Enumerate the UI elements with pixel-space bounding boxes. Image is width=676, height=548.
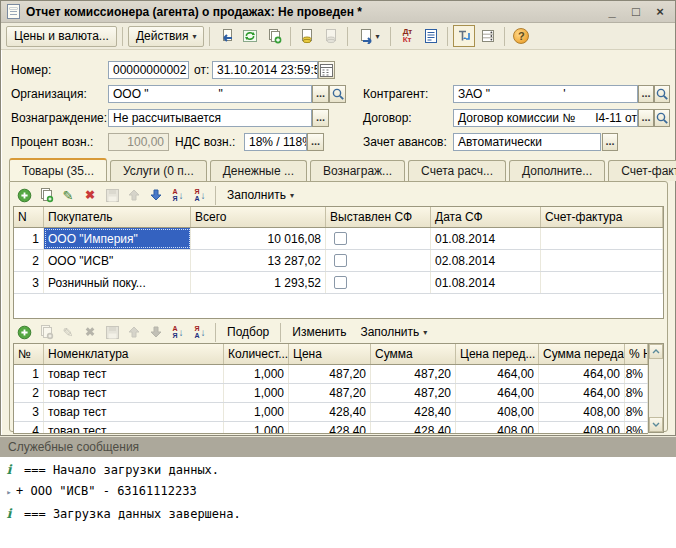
calendar-button[interactable] <box>318 61 335 79</box>
cell-qty[interactable]: 1,000 <box>224 403 289 421</box>
scroll-down-button[interactable] <box>649 417 663 432</box>
table-row[interactable]: 2 товар тест 1,000 487,20 487,20 464,00 … <box>14 384 648 403</box>
checkbox[interactable] <box>334 232 347 245</box>
contract-open-button[interactable] <box>654 109 670 127</box>
cell-sum-transfer[interactable]: 408,00 <box>539 422 625 433</box>
buyers-fill-button[interactable]: Заполнить ▾ <box>221 185 300 205</box>
number-field[interactable]: 00000000002 <box>108 61 189 79</box>
table-row[interactable]: 3 товар тест 1,000 428,40 428,40 408,00 … <box>14 403 648 422</box>
close-button[interactable]: × <box>653 5 667 19</box>
buyers-sort-asc-button[interactable]: АЯ↓ <box>168 185 188 205</box>
cell-invoice[interactable] <box>541 272 663 293</box>
copy-create-button[interactable] <box>263 25 285 47</box>
cell-total[interactable]: 10 016,08 <box>191 228 326 249</box>
cell-invoice-issued[interactable] <box>326 228 431 249</box>
contract-field[interactable]: Договор комиссии № I4-11 от <box>453 109 638 127</box>
help-button[interactable]: ? <box>510 25 532 47</box>
cell-n[interactable]: 1 <box>14 228 44 249</box>
scroll-up-button[interactable] <box>649 344 663 359</box>
cell-sum[interactable]: 428,40 <box>371 422 456 433</box>
cell-nomenclature[interactable]: товар тест <box>44 365 224 383</box>
counterparty-open-button[interactable] <box>654 85 670 103</box>
date-field[interactable]: 31.10.2014 23:59:59 <box>212 61 318 79</box>
cell-sum-transfer[interactable]: 408,00 <box>539 403 625 421</box>
cell-invoice[interactable] <box>541 228 663 249</box>
checkbox[interactable] <box>334 254 347 267</box>
advance-offset-select-button[interactable]: ... <box>602 133 618 151</box>
buyers-copy-button[interactable] <box>36 185 56 205</box>
items-table-scrollbar[interactable] <box>648 343 664 433</box>
cell-vat[interactable]: 18% <box>625 422 648 433</box>
cell-price[interactable]: 487,20 <box>289 384 371 402</box>
cell-vat[interactable]: 18% <box>625 365 648 383</box>
items-fill-button[interactable]: Заполнить ▾ <box>354 322 433 342</box>
cell-nomenclature[interactable]: товар тест <box>44 422 224 433</box>
message-line[interactable]: i === Начало загрузки данных. <box>2 462 674 484</box>
tab-goods[interactable]: Товары (35... <box>9 158 107 181</box>
organization-field[interactable]: ООО " " <box>108 85 312 103</box>
counterparty-select-button[interactable]: ... <box>638 85 654 103</box>
cell-qty[interactable]: 1,000 <box>224 422 289 433</box>
minimize-button[interactable]: _ <box>605 5 619 19</box>
cell-invoice-date[interactable]: 02.08.2014 <box>431 250 541 271</box>
cell-invoice-date[interactable]: 01.08.2014 <box>431 272 541 293</box>
cell-price[interactable]: 428,40 <box>289 422 371 433</box>
cell-total[interactable]: 1 293,52 <box>191 272 326 293</box>
table-empty-area[interactable] <box>14 294 663 318</box>
cell-vat[interactable]: 18% <box>625 403 648 421</box>
vat-select-button[interactable]: ... <box>307 133 324 151</box>
cell-sum-transfer[interactable]: 464,00 <box>539 365 625 383</box>
cell-n[interactable]: 2 <box>14 250 44 271</box>
cell-num[interactable]: 2 <box>14 384 44 402</box>
cell-n[interactable]: 3 <box>14 272 44 293</box>
cell-num[interactable]: 3 <box>14 403 44 421</box>
contract-select-button[interactable]: ... <box>638 109 654 127</box>
buyers-edit-button[interactable]: ✎ <box>58 185 78 205</box>
tab-money[interactable]: Денежные ... <box>210 160 307 181</box>
items-change-button[interactable]: Изменить <box>286 322 352 342</box>
cell-invoice[interactable] <box>541 250 663 271</box>
show-postings-button[interactable]: Дт Кт <box>396 25 418 47</box>
cell-invoice-issued[interactable] <box>326 250 431 271</box>
buyers-sort-desc-button[interactable]: ЯА↓ <box>190 185 210 205</box>
items-pick-button[interactable]: Подбор <box>221 322 275 342</box>
cell-sum-transfer[interactable]: 464,00 <box>539 384 625 402</box>
cell-buyer[interactable]: Розничный поку... <box>44 272 191 293</box>
cell-total[interactable]: 13 287,02 <box>191 250 326 271</box>
items-sort-desc-button[interactable]: ЯА↓ <box>190 322 210 342</box>
tab-accounts[interactable]: Счета расч... <box>408 160 506 181</box>
cell-nomenclature[interactable]: товар тест <box>44 403 224 421</box>
cell-vat[interactable]: 18% <box>625 384 648 402</box>
cell-price[interactable]: 428,40 <box>289 403 371 421</box>
cell-qty[interactable]: 1,000 <box>224 365 289 383</box>
cell-price-transfer[interactable]: 464,00 <box>456 365 539 383</box>
cell-buyer[interactable]: ООО "Империя" <box>44 228 191 249</box>
buyers-add-button[interactable] <box>14 185 34 205</box>
table-row[interactable]: 1 ООО "Империя" 10 016,08 01.08.2014 <box>14 228 663 250</box>
maximize-button[interactable]: □ <box>629 5 643 19</box>
cell-buyer[interactable]: ООО "ИСВ" <box>44 250 191 271</box>
cell-sum[interactable]: 428,40 <box>371 403 456 421</box>
cell-qty[interactable]: 1,000 <box>224 384 289 402</box>
message-line[interactable]: ▸ + ООО "ИСВ" - 63161112233 <box>2 484 674 506</box>
message-line[interactable]: i === Загрузка данных завершена. <box>2 506 674 528</box>
cell-num[interactable]: 4 <box>14 422 44 433</box>
items-add-button[interactable] <box>14 322 34 342</box>
actions-button[interactable]: Действия ▾ <box>128 26 205 47</box>
advance-offset-field[interactable]: Автоматически <box>453 133 601 151</box>
prices-currency-button[interactable]: Цены и валюта... <box>6 26 117 47</box>
cell-invoice-date[interactable]: 01.08.2014 <box>431 228 541 249</box>
accounting-records-button[interactable] <box>296 25 318 47</box>
tab-reward[interactable]: Вознаграж... <box>310 160 405 181</box>
cell-price-transfer[interactable]: 408,00 <box>456 403 539 421</box>
cell-nomenclature[interactable]: товар тест <box>44 384 224 402</box>
organization-select-button[interactable]: ... <box>312 85 329 103</box>
create-based-on-button[interactable]: ▾ <box>353 25 385 47</box>
cell-sum[interactable]: 487,20 <box>371 384 456 402</box>
table-row-partial[interactable]: 4 товар тест 1,000 428,40 428,40 408,00 … <box>14 422 648 433</box>
items-sort-asc-button[interactable]: АЯ↓ <box>168 322 188 342</box>
cell-invoice-issued[interactable] <box>326 272 431 293</box>
vat-field[interactable]: 18% / 118% <box>244 133 307 151</box>
properties-button[interactable] <box>477 25 499 47</box>
organization-open-button[interactable] <box>329 85 346 103</box>
